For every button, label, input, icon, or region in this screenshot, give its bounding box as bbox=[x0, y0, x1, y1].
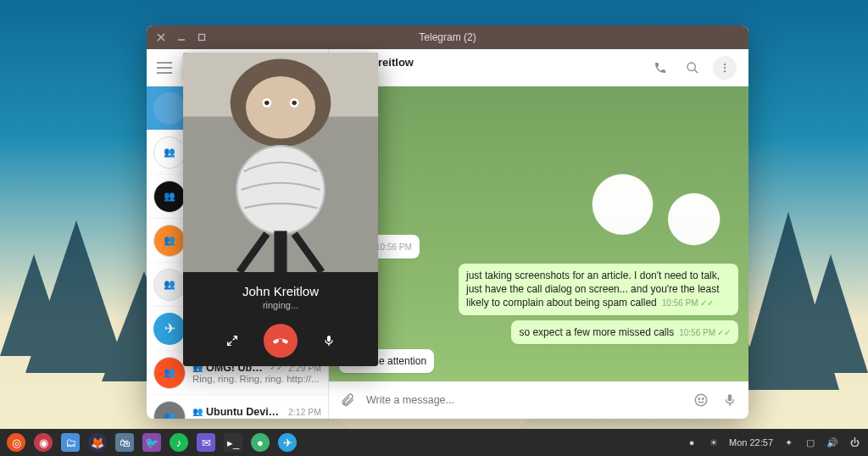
message-text: so expect a few more missed calls bbox=[519, 326, 674, 338]
mute-mic-icon[interactable] bbox=[316, 328, 342, 353]
call-icon[interactable] bbox=[648, 56, 672, 80]
tray-settings-icon[interactable]: ✦ bbox=[782, 436, 795, 449]
dock-spotify-icon[interactable]: ♪ bbox=[170, 433, 188, 452]
svg-point-16 bbox=[292, 101, 296, 105]
message-time: 10:56 PM bbox=[376, 242, 412, 252]
dock-app2-icon[interactable]: 🐦 bbox=[142, 433, 161, 452]
call-status: ringing... bbox=[183, 300, 378, 310]
dock-firefox-icon[interactable]: 🦊 bbox=[88, 433, 107, 452]
message-ticks-icon: ✓✓ bbox=[717, 328, 731, 337]
svg-point-12 bbox=[246, 76, 315, 138]
chat-main: John Kreitlow online And t10:56 PMjust t… bbox=[329, 49, 748, 419]
message-time: 10:56 PM bbox=[679, 328, 715, 337]
chat-background: And t10:56 PMjust taking screenshots for… bbox=[329, 86, 748, 381]
call-expand-icon[interactable] bbox=[220, 328, 245, 353]
tray-weather-icon[interactable]: ☀ bbox=[707, 436, 721, 449]
taskbar-clock[interactable]: Mon 22:57 bbox=[729, 437, 773, 448]
message-out[interactable]: so expect a few more missed calls10:56 P… bbox=[511, 320, 738, 344]
svg-point-6 bbox=[695, 394, 707, 406]
dock-mail-icon[interactable]: ✉ bbox=[197, 433, 215, 452]
chat-header-status: online bbox=[341, 69, 640, 79]
chat-preview: John Kourentis left the group bbox=[192, 418, 317, 420]
chat-preview: Ring, ring. Ring, ring. http://... bbox=[192, 374, 320, 384]
chat-avatar: 👥 bbox=[153, 401, 186, 420]
group-icon: 👥 bbox=[192, 407, 203, 416]
more-options-icon[interactable] bbox=[713, 56, 737, 80]
dock-ubuntu-icon[interactable]: ◎ bbox=[7, 433, 25, 452]
dock-telegram-icon[interactable]: ✈ bbox=[278, 433, 297, 452]
chat-avatar: 👥 bbox=[153, 269, 186, 301]
dock-files-icon[interactable]: 🗂 bbox=[61, 433, 80, 452]
chat-avatar: ✈ bbox=[153, 313, 186, 345]
messages: And t10:56 PMjust taking screenshots for… bbox=[329, 86, 748, 381]
chat-avatar: 👥 bbox=[153, 181, 186, 213]
svg-point-14 bbox=[264, 101, 269, 105]
tray-indicator-icon[interactable]: ● bbox=[685, 436, 698, 449]
svg-point-8 bbox=[703, 398, 704, 400]
chat-header-name[interactable]: John Kreitlow bbox=[341, 56, 640, 69]
message-out[interactable]: just taking screenshots for an article. … bbox=[459, 264, 738, 315]
svg-point-3 bbox=[724, 63, 726, 64]
svg-point-7 bbox=[698, 398, 700, 400]
message-input[interactable] bbox=[366, 394, 682, 406]
svg-rect-19 bbox=[274, 231, 287, 272]
svg-point-4 bbox=[724, 66, 726, 68]
chat-header: John Kreitlow online bbox=[329, 49, 748, 86]
dock-app3-icon[interactable]: ● bbox=[251, 433, 270, 452]
message-time: 10:56 PM bbox=[662, 298, 698, 308]
dock-software-icon[interactable]: 🛍 bbox=[115, 433, 134, 452]
hamburger-menu-icon[interactable] bbox=[153, 57, 175, 79]
voice-message-icon[interactable] bbox=[720, 390, 740, 410]
message-ticks-icon: ✓✓ bbox=[700, 298, 714, 308]
chat-avatar: 👥 bbox=[153, 225, 186, 257]
chat-avatar bbox=[153, 92, 186, 125]
tray-volume-icon[interactable]: 🔊 bbox=[826, 436, 839, 449]
window-titlebar[interactable]: Telegram (2) bbox=[147, 25, 748, 49]
chat-time: 2:12 PM bbox=[288, 407, 321, 417]
call-video-preview bbox=[183, 53, 378, 272]
call-dialog[interactable]: John Kreitlow ringing... bbox=[183, 53, 378, 366]
dock-app-icon[interactable]: ◉ bbox=[34, 433, 53, 452]
dock-terminal-icon[interactable]: ▸_ bbox=[224, 433, 242, 452]
emoji-icon[interactable] bbox=[691, 390, 711, 410]
message-composer bbox=[329, 381, 748, 419]
chat-avatar: 👥 bbox=[153, 136, 186, 169]
call-contact-name: John Kreitlow bbox=[183, 284, 378, 298]
attach-icon[interactable] bbox=[337, 390, 358, 410]
chat-name: Ubuntu Device... bbox=[206, 406, 285, 418]
chat-item[interactable]: 👥👥Ubuntu Device...2:12 PMJohn Kourentis … bbox=[147, 395, 328, 419]
call-controls bbox=[183, 315, 378, 366]
desktop-taskbar: ◎ ◉ 🗂 🦊 🛍 🐦 ♪ ✉ ▸_ ● ✈ ● ☀ Mon 22:57 ✦ ▢… bbox=[0, 429, 868, 456]
search-in-chat-icon[interactable] bbox=[681, 56, 704, 80]
call-info: John Kreitlow ringing... bbox=[183, 272, 378, 315]
window-title: Telegram (2) bbox=[147, 31, 748, 43]
hangup-button[interactable] bbox=[264, 324, 298, 358]
tray-power-icon[interactable]: ⏻ bbox=[848, 436, 861, 449]
svg-point-5 bbox=[724, 70, 726, 71]
svg-point-2 bbox=[687, 63, 695, 70]
tray-display-icon[interactable]: ▢ bbox=[804, 436, 817, 449]
chat-avatar: 👥 bbox=[153, 357, 186, 389]
